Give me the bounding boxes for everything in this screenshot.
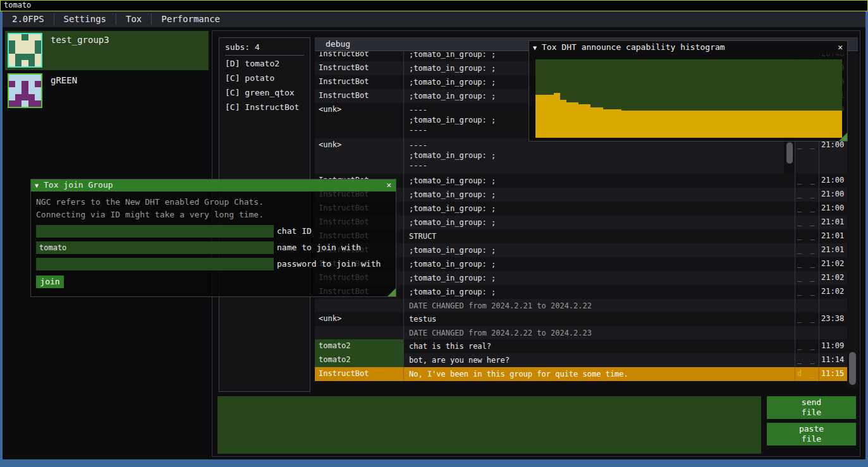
message-line: ;tomato_in_group: ; — [409, 273, 790, 283]
avatar-pixel — [35, 81, 41, 87]
resize-grip[interactable] — [388, 288, 396, 296]
avatar-pixel — [15, 94, 21, 100]
send-file-button[interactable]: send file — [767, 396, 856, 419]
group-item-test_group3[interactable]: test_group3 — [5, 31, 209, 70]
collapse-arrow-icon[interactable]: ▼ — [35, 182, 39, 189]
message-line: ;tomato_in_group: ; — [409, 150, 790, 161]
chat-row: InstructBotNo, I've been in this group f… — [315, 367, 847, 381]
menu-item-tox[interactable]: Tox — [116, 11, 151, 27]
message-line: chat is this real? — [409, 341, 790, 351]
subs-member-green-qtox[interactable]: [C] green_qtox — [219, 86, 310, 99]
sender-name: InstructBot — [315, 367, 403, 381]
sender-name: tomato2 — [315, 339, 403, 353]
message-text: ;tomato_in_group: ; — [403, 174, 795, 188]
message-line: STRUCT — [409, 231, 790, 241]
join-group-window: ▼Tox join Group ✕ NGC refers to the New … — [30, 179, 396, 297]
separator — [225, 55, 304, 56]
avatar-pixel — [15, 40, 21, 47]
avatar-pixel — [28, 34, 35, 40]
sender-name: InstructBot — [315, 75, 403, 89]
avatar-pixel — [21, 87, 28, 94]
histogram-bar — [683, 111, 689, 138]
timestamp: 21:00 — [819, 188, 847, 202]
histogram-bar — [750, 111, 757, 138]
receipt-status: _ _ — [795, 353, 819, 367]
receipt-mark: _ — [797, 355, 810, 364]
tab-debug[interactable]: debug — [319, 37, 357, 51]
histogram-bar — [664, 111, 671, 138]
message-line: No, I've been in this group for quite so… — [409, 369, 790, 379]
avatar-pixel — [15, 60, 21, 66]
histogram-bar — [585, 104, 591, 138]
message-text: ;tomato_in_group: ; — [403, 188, 795, 202]
message-line: testus — [409, 314, 790, 324]
avatar-pixel — [28, 47, 35, 53]
sender-name: InstructBot — [315, 52, 403, 61]
histogram-bar — [603, 109, 609, 138]
subs-member-potato[interactable]: [C] potato — [219, 71, 310, 85]
avatar-pixel — [15, 34, 21, 40]
join-hint-2: Connecting via ID might take a very long… — [36, 209, 391, 221]
avatar-pixel — [21, 100, 28, 107]
timestamp: 23:38 — [819, 312, 847, 326]
close-icon[interactable]: ✕ — [386, 179, 391, 191]
histogram-bar — [676, 111, 683, 138]
receipt-status: _ _ — [795, 271, 819, 285]
histogram-window-titlebar[interactable]: ▼Tox DHT announce capability histogram ✕ — [529, 41, 847, 54]
receipt-mark: d — [797, 369, 810, 378]
avatar-pixel — [28, 40, 35, 47]
histogram-bar — [554, 93, 560, 138]
receipt-mark: _ — [797, 314, 810, 323]
resize-grip[interactable] — [839, 133, 847, 141]
window-frame-right — [865, 11, 868, 459]
avatar-pixel — [9, 75, 15, 81]
window-frame-left — [0, 11, 3, 459]
histogram-bar — [572, 102, 578, 138]
receipt-status: _ _ — [795, 215, 819, 229]
window-titlebar[interactable]: tomato — [0, 0, 868, 11]
close-icon[interactable]: ✕ — [838, 41, 843, 54]
message-text: ----;tomato_in_group: ;---- — [403, 138, 795, 174]
receipt-status: _ _ — [795, 229, 819, 243]
message-text: testus — [403, 312, 795, 326]
message-line: ;tomato_in_group: ; — [409, 190, 790, 200]
subs-member-InstructBot[interactable]: [C] InstructBot — [219, 100, 310, 114]
join-password-input[interactable] — [36, 258, 274, 270]
window-title: tomato — [4, 1, 31, 9]
join-button[interactable]: join — [36, 276, 64, 288]
avatar-pixel — [9, 54, 15, 60]
message-scrollbar-handle[interactable] — [786, 142, 793, 164]
histogram-bar — [628, 111, 634, 138]
chat-scrollbar[interactable] — [847, 52, 858, 387]
chat-scrollbar-handle[interactable] — [849, 352, 856, 385]
menu-item-2-0fps[interactable]: 2.0FPS — [3, 11, 54, 27]
message-text: ;tomato_in_group: ; — [403, 257, 795, 271]
avatar-pixel — [21, 40, 28, 47]
join-name-input[interactable] — [36, 241, 274, 254]
histogram-bar — [542, 95, 548, 138]
join-hint-1: NGC refers to the New DHT enabled Group … — [36, 196, 391, 209]
receipt-status — [795, 299, 819, 312]
menu-item-settings[interactable]: Settings — [54, 11, 116, 27]
subs-member-tomato2[interactable]: [D] tomato2 — [219, 57, 310, 70]
join-window-titlebar[interactable]: ▼Tox join Group ✕ — [31, 179, 396, 191]
paste-file-label-line2: file — [767, 434, 856, 444]
send-file-label-line1: send — [767, 397, 856, 408]
group-item-gREEN[interactable]: gREEN — [5, 71, 209, 111]
collapse-arrow-icon[interactable]: ▼ — [533, 44, 537, 51]
paste-file-button[interactable]: paste file — [767, 423, 856, 446]
chat-row: <unk>testus_ _23:38 — [315, 312, 847, 326]
avatar-pixel — [9, 40, 15, 47]
date-changed-text: DATE CHANGED from 2024.2.21 to 2024.2.22 — [403, 299, 795, 312]
histogram-bar — [726, 111, 732, 138]
join-window-body: NGC refers to the New DHT enabled Group … — [31, 191, 396, 288]
receipt-status: d _ — [795, 367, 819, 381]
avatar-pixel — [35, 75, 41, 81]
avatar-pixel — [35, 100, 41, 107]
timestamp: 21:02 — [819, 257, 847, 271]
chat-id-input[interactable] — [36, 225, 274, 238]
menu-item-performance[interactable]: Performance — [152, 11, 229, 27]
message-input[interactable] — [217, 396, 761, 454]
histogram-bar — [566, 102, 573, 138]
receipt-mark: _ — [810, 140, 816, 149]
